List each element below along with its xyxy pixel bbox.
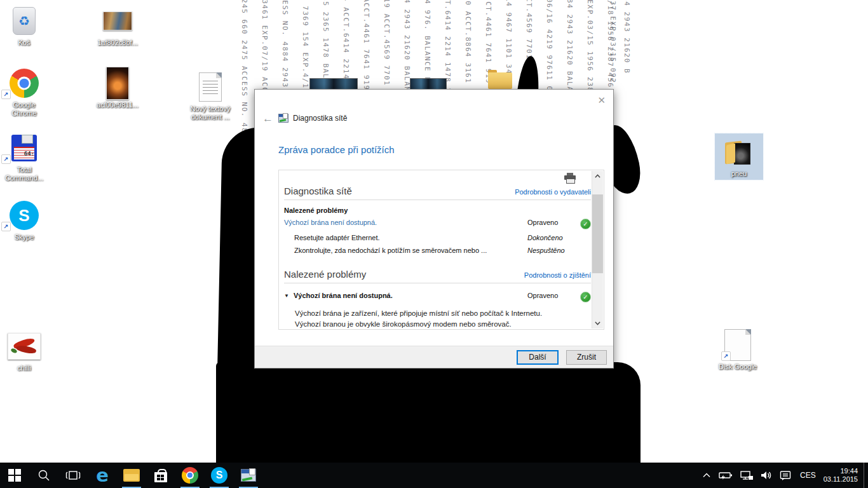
floppy-shutter bbox=[22, 135, 33, 144]
taskbar-edge[interactable]: e bbox=[88, 463, 117, 488]
step-text: Zkontrolujte, zda nedochází k potížím se… bbox=[284, 247, 527, 255]
desktop-icon-total-commander[interactable]: 64: ↗ TotalCommand... bbox=[0, 132, 48, 182]
cancel-button[interactable]: Zrušit bbox=[566, 350, 607, 365]
scrollbar-down-button[interactable] bbox=[592, 318, 603, 329]
recycle-glyph: ♻ bbox=[18, 13, 30, 29]
publisher-details-link[interactable]: Podrobnosti o vydavateli bbox=[515, 188, 591, 196]
report-content: Diagnostika sítě Podrobnosti o vydavatel… bbox=[279, 170, 592, 329]
icon-label: GoogleChrome bbox=[0, 101, 48, 118]
hidden-desktop-folder[interactable] bbox=[488, 70, 512, 89]
taskbar-clock[interactable]: 19:44 03.11.2015 bbox=[821, 463, 864, 488]
scrollbar[interactable] bbox=[592, 171, 603, 329]
section-title: Diagnostika sítě bbox=[284, 186, 352, 196]
problem-row: Zkontrolujte, zda nedochází k potížím se… bbox=[284, 247, 591, 255]
tray-volume-icon[interactable] bbox=[757, 463, 776, 488]
shortcut-arrow-icon: ↗ bbox=[721, 351, 731, 361]
print-button[interactable] bbox=[564, 173, 576, 183]
clock-date: 03.11.2015 bbox=[824, 475, 858, 483]
language-indicator[interactable]: CES bbox=[795, 463, 821, 488]
step-text: Resetujte adaptér Ethernet. bbox=[284, 234, 527, 242]
tray-action-center-icon[interactable] bbox=[776, 463, 795, 488]
tray-network-icon[interactable] bbox=[736, 463, 757, 488]
taskbar-network-diagnostics[interactable] bbox=[234, 463, 263, 488]
icon-label: chilli bbox=[0, 364, 48, 372]
problem-title: Výchozí brána není dostupná. bbox=[294, 292, 527, 302]
folder-icon bbox=[725, 139, 753, 165]
search-button[interactable] bbox=[29, 463, 58, 488]
wallpaper-code-text: 5137 EXP.03/15 092 bbox=[609, 0, 617, 83]
icon-label: acf00e9811... bbox=[93, 101, 142, 109]
image-thumbnail bbox=[103, 11, 132, 30]
dialog-footer: Další Zrušit bbox=[255, 346, 613, 368]
tray-chevron-up-icon[interactable] bbox=[698, 463, 715, 488]
back-arrow-icon[interactable]: ← bbox=[262, 112, 273, 125]
taskbar-chrome[interactable] bbox=[175, 463, 205, 488]
problem-row: Výchozí brána není dostupná. Opraveno ✓ bbox=[284, 219, 591, 229]
system-tray: CES 19:44 03.11.2015 bbox=[698, 463, 868, 488]
page-fold bbox=[216, 72, 222, 78]
icon-label: pneu bbox=[715, 170, 763, 178]
icon-label: Nový textovýdokument ... bbox=[186, 105, 234, 121]
doc-line bbox=[203, 84, 218, 85]
taskbar-store[interactable] bbox=[146, 463, 175, 488]
recycle-bin-icon: ♻ bbox=[13, 7, 36, 35]
bag-windows-logo bbox=[157, 475, 164, 480]
desktop-icon-image-1af802c8bf[interactable]: 1af802c8bf... bbox=[93, 5, 142, 47]
task-view-button[interactable] bbox=[58, 463, 88, 488]
status-text: Nespuštěno bbox=[527, 247, 577, 255]
desktop-icon-disk-google[interactable]: ↗ Disk Google bbox=[714, 329, 762, 371]
wallpaper-silhouette-left bbox=[217, 126, 259, 371]
network-diagnostics-icon bbox=[241, 469, 256, 482]
desktop-icon-recycle-bin[interactable]: ♻ Koš bbox=[0, 5, 48, 47]
icon-label: Skype bbox=[0, 233, 48, 241]
scrollbar-up-button[interactable] bbox=[592, 171, 603, 182]
clock-time: 19:44 bbox=[840, 467, 858, 475]
detection-details-link[interactable]: Podrobnosti o zjištění bbox=[524, 271, 591, 279]
network-diagnostics-icon bbox=[278, 114, 288, 123]
windows-logo-icon bbox=[8, 469, 21, 482]
page-fold bbox=[745, 329, 751, 335]
troubleshooter-report-panel: Diagnostika sítě Podrobnosti o vydavatel… bbox=[278, 170, 604, 330]
icon-page bbox=[249, 468, 255, 475]
shortcut-arrow-icon: ↗ bbox=[1, 222, 11, 231]
status-text: Opraveno bbox=[527, 219, 577, 229]
total-commander-icon: 64: bbox=[11, 135, 37, 161]
next-button[interactable]: Další bbox=[517, 350, 559, 365]
doc-line bbox=[203, 90, 218, 91]
close-icon[interactable]: ✕ bbox=[597, 95, 606, 106]
network-diagnostics-dialog: ✕ ← Diagnostika sítě Zpráva poradce při … bbox=[254, 89, 614, 369]
store-icon bbox=[154, 468, 168, 482]
desktop-icon-chilli[interactable]: chilli bbox=[0, 330, 48, 372]
doc-line bbox=[203, 87, 218, 88]
taskbar-file-explorer[interactable] bbox=[117, 463, 146, 488]
show-desktop-button[interactable] bbox=[864, 463, 868, 488]
icon-label: Koš bbox=[0, 39, 48, 47]
start-button[interactable] bbox=[0, 463, 29, 488]
desktop-icon-pneu[interactable]: pneu bbox=[715, 133, 763, 180]
shortcut-arrow-icon: ↗ bbox=[1, 154, 11, 164]
icon-label: 1af802c8bf... bbox=[93, 39, 142, 47]
desktop-icon-google-chrome[interactable]: ↗ GoogleChrome bbox=[0, 67, 48, 118]
icon-label: TotalCommand... bbox=[0, 166, 48, 182]
shortcut-arrow-icon: ↗ bbox=[1, 90, 11, 99]
problem-row: Resetujte adaptér Ethernet. Dokončeno bbox=[284, 234, 591, 242]
folder-front bbox=[726, 144, 735, 165]
desktop-icon-new-text-document[interactable]: Nový textovýdokument ... bbox=[186, 71, 234, 121]
problem-link[interactable]: Výchozí brána není dostupná. bbox=[284, 219, 527, 229]
icon-page bbox=[283, 113, 288, 119]
tray-battery-icon[interactable] bbox=[715, 463, 736, 488]
collapse-caret-icon[interactable]: ▼ bbox=[284, 292, 289, 302]
task-view-icon bbox=[65, 468, 81, 482]
wallpaper-code-text: 4884 2943 21620 B bbox=[623, 0, 631, 74]
icon-label: Disk Google bbox=[714, 363, 762, 371]
desktop-icon-image-acf00e9811[interactable]: acf00e9811... bbox=[93, 67, 142, 109]
text-document-icon bbox=[199, 72, 222, 102]
problem-row-expanded: ▼ Výchozí brána není dostupná. Opraveno … bbox=[284, 292, 591, 302]
taskbar-skype[interactable]: S bbox=[205, 463, 234, 488]
printer-icon-paper bbox=[566, 179, 575, 184]
scrollbar-thumb[interactable] bbox=[592, 194, 603, 273]
desktop-icon-skype[interactable]: S ↗ Skype bbox=[0, 200, 48, 241]
status-text: Opraveno bbox=[527, 292, 577, 302]
edge-icon: e bbox=[96, 466, 109, 485]
divider bbox=[284, 200, 591, 200]
